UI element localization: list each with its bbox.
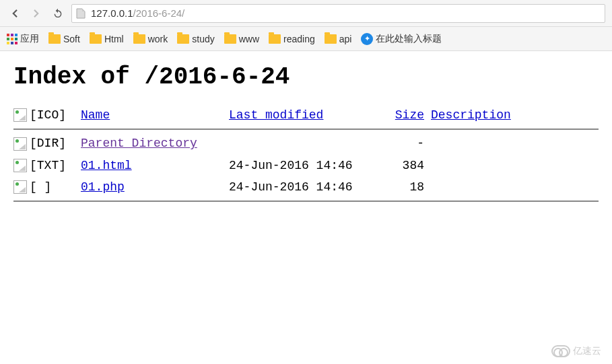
file-link[interactable]: Parent Directory [81,137,197,150]
watermark-text: 亿速云 [573,345,601,357]
page-icon [76,8,87,19]
url-path: /2016-6-24/ [133,7,185,19]
sort-name[interactable]: Name [81,108,110,122]
listing-row: [ ]01.php24-Jun-2016 14:4618 [13,176,599,198]
broken-image-icon [13,137,27,151]
divider [13,129,599,130]
file-size: 18 [384,180,424,194]
icon-header-alt: [ICO] [30,108,66,122]
folder-icon [325,34,337,44]
bookmark-folder[interactable]: reading [269,34,315,44]
file-modified: 24-Jun-2016 14:46 [229,159,384,172]
bookmark-folder[interactable]: Soft [48,34,80,44]
file-size: - [384,137,424,150]
folder-icon [224,34,236,44]
broken-image-icon [13,180,27,194]
sort-description[interactable]: Description [431,108,511,122]
globe-icon: ✦ [361,33,373,45]
folder-icon [90,34,102,44]
page-title: Index of /2016-6-24 [13,63,599,91]
file-link[interactable]: 01.php [81,180,125,194]
file-type-alt: [ ] [30,180,51,194]
file-type-alt: [TXT] [30,159,66,172]
bookmark-label: Soft [63,34,80,44]
bookmark-folder[interactable]: study [177,34,214,44]
apps-label: 应用 [20,33,39,45]
broken-image-icon [13,159,27,172]
bookmark-placeholder: 在此处输入标题 [376,33,442,45]
url-host: 127.0.0.1 [91,7,133,19]
listing-row: [TXT]01.html24-Jun-2016 14:46384 [13,155,599,176]
broken-image-icon [13,108,27,122]
bookmark-folder[interactable]: work [133,34,168,44]
reload-button[interactable] [50,5,66,22]
listing-row: [DIR]Parent Directory- [13,133,599,154]
back-button[interactable] [7,5,23,22]
bookmark-other[interactable]: ✦ 在此处输入标题 [361,33,442,45]
watermark-icon [551,345,570,357]
file-modified: 24-Jun-2016 14:46 [229,180,384,194]
apps-icon [7,34,18,44]
bookmark-label: api [339,34,352,44]
listing-header: [ICO] Name Last modified Size Descriptio… [13,104,599,126]
sort-size[interactable]: Size [395,108,424,122]
folder-icon [269,34,281,44]
browser-toolbar: 127.0.0.1/2016-6-24/ [0,0,612,27]
folder-icon [48,34,61,44]
sort-modified[interactable]: Last modified [229,108,323,122]
bookmark-label: www [239,34,259,44]
bookmark-label: work [148,34,168,44]
bookmark-folder[interactable]: Html [90,34,124,44]
url-bar[interactable]: 127.0.0.1/2016-6-24/ [71,4,605,23]
bookmark-label: Html [104,34,124,44]
folder-icon [177,34,189,44]
file-size: 384 [384,159,424,172]
bookmark-folder[interactable]: www [224,34,259,44]
bookmarks-bar: 应用 SoftHtmlworkstudywwwreadingapi ✦ 在此处输… [0,27,612,51]
divider [13,201,599,202]
file-link[interactable]: 01.html [81,159,132,172]
folder-icon [133,34,145,44]
bookmark-label: study [192,34,214,44]
bookmark-folder[interactable]: api [325,34,352,44]
directory-listing: [ICO] Name Last modified Size Descriptio… [13,104,599,202]
file-type-alt: [DIR] [30,137,66,150]
apps-button[interactable]: 应用 [7,33,39,45]
page-content: Index of /2016-6-24 [ICO] Name Last modi… [0,51,612,211]
forward-button[interactable] [28,5,44,22]
bookmark-label: reading [283,34,315,44]
watermark: 亿速云 [551,345,601,357]
